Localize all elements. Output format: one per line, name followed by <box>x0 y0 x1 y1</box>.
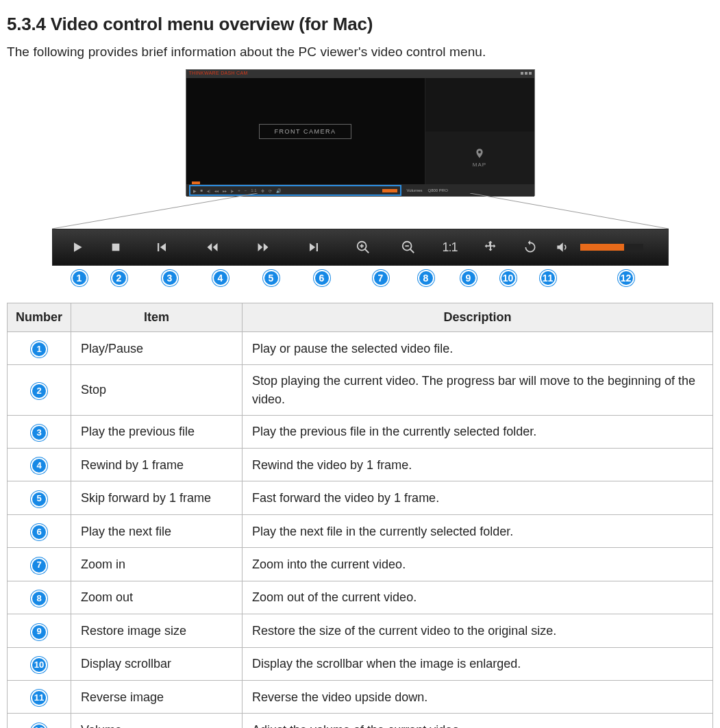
callout-badge: 4 <box>212 270 229 286</box>
prev-file-icon <box>154 241 169 253</box>
row-item: Restore image size <box>71 614 243 647</box>
table-row: 9Restore image sizeRestore the size of t… <box>8 614 713 647</box>
zoom-in-button[interactable] <box>339 229 387 265</box>
row-number: 9 <box>8 614 71 647</box>
row-description: Reverse the video upside down. <box>243 680 713 713</box>
table-row: 3Play the previous filePlay the previous… <box>8 415 713 448</box>
number-badge: 4 <box>31 457 47 474</box>
main-video-panel: FRONT CAMERA <box>186 78 425 184</box>
row-number: 8 <box>8 581 71 614</box>
callout-badge: 8 <box>418 270 434 286</box>
ratio-label: 1:1 <box>442 240 457 255</box>
table-row: 8Zoom outZoom out of the current video. <box>8 581 713 614</box>
row-number: 12 <box>8 714 71 728</box>
figure: THINKWARE DASH CAM FRONT CAMERA MAP ▶■◂|… <box>7 69 713 288</box>
zoom-in-icon <box>356 240 371 255</box>
rear-video-panel <box>425 78 534 131</box>
intro-text: The following provides brief information… <box>7 45 713 60</box>
number-badge: 8 <box>31 590 47 607</box>
move-arrows-icon <box>483 240 498 255</box>
row-number: 10 <box>8 647 71 680</box>
number-badge: 9 <box>31 624 47 640</box>
row-item: Play the previous file <box>71 415 243 448</box>
svg-line-4 <box>364 249 369 253</box>
number-badge: 3 <box>31 425 47 441</box>
svg-line-8 <box>410 249 414 253</box>
rewind-icon <box>204 241 221 253</box>
callout-badge: 5 <box>263 270 280 286</box>
next-file-button[interactable] <box>288 229 339 265</box>
reverse-image-button[interactable] <box>510 229 550 265</box>
restore-size-button[interactable]: 1:1 <box>430 229 471 265</box>
callout-badge: 12 <box>618 270 634 286</box>
col-item: Item <box>71 303 243 332</box>
row-item: Volume <box>71 714 243 728</box>
callout-badges: 123456789101112 <box>52 270 669 288</box>
forward-frame-button[interactable] <box>238 229 288 265</box>
row-description: Fast forward the video by 1 frame. <box>243 481 713 514</box>
volume-button[interactable] <box>550 229 573 265</box>
callout-badge: 7 <box>373 270 389 286</box>
play-icon <box>71 240 84 254</box>
table-row: 4Rewind by 1 frameRewind the video by 1 … <box>8 449 713 481</box>
row-item: Zoom in <box>71 548 243 581</box>
zoom-out-icon <box>401 240 416 255</box>
callout-badge: 2 <box>111 270 127 286</box>
row-description: Display the scrollbar when the image is … <box>243 647 713 680</box>
number-badge: 6 <box>31 524 47 540</box>
reverse-icon <box>523 240 537 254</box>
row-description: Stop playing the current video. The prog… <box>243 365 713 415</box>
row-number: 1 <box>8 332 71 365</box>
row-description: Zoom out of the current video. <box>243 581 713 614</box>
description-table: Number Item Description 1Play/PausePlay … <box>7 303 713 728</box>
window-controls <box>519 71 532 77</box>
row-description: Play the next file in the currently sele… <box>243 514 713 547</box>
fast-forward-icon <box>255 241 271 253</box>
row-description: Play or pause the selected video file. <box>243 332 713 365</box>
number-badge: 5 <box>31 491 47 507</box>
row-number: 7 <box>8 548 71 581</box>
row-item: Display scrollbar <box>71 647 243 680</box>
callout-lines <box>52 193 669 229</box>
app-brand: THINKWARE DASH CAM <box>189 71 248 77</box>
stop-button[interactable] <box>95 229 136 265</box>
section-heading: 5.3.4 Video control menu overview (for M… <box>7 14 713 35</box>
app-screenshot: THINKWARE DASH CAM FRONT CAMERA MAP ▶■◂|… <box>186 69 535 196</box>
rewind-frame-button[interactable] <box>187 229 238 265</box>
row-description: Play the previous file in the currently … <box>243 415 713 448</box>
display-scrollbar-button[interactable] <box>471 229 510 265</box>
play-pause-button[interactable] <box>60 229 95 265</box>
row-item: Play/Pause <box>71 332 243 365</box>
volume-slider[interactable] <box>580 244 643 251</box>
callout-badge: 1 <box>71 270 88 286</box>
row-number: 2 <box>8 365 71 415</box>
front-camera-label: FRONT CAMERA <box>259 124 352 139</box>
svg-line-1 <box>470 193 669 229</box>
row-item: Play the next file <box>71 514 243 547</box>
table-row: 2StopStop playing the current video. The… <box>8 365 713 415</box>
row-item: Stop <box>71 365 243 415</box>
col-number: Number <box>8 303 71 332</box>
row-description: Rewind the video by 1 frame. <box>243 449 713 481</box>
row-description: Adjust the volume of the current video. <box>243 714 713 728</box>
svg-line-0 <box>52 193 258 229</box>
table-row: 11Reverse imageReverse the video upside … <box>8 680 713 713</box>
svg-rect-2 <box>112 244 119 251</box>
prev-file-button[interactable] <box>136 229 187 265</box>
table-row: 7Zoom inZoom into the current video. <box>8 548 713 581</box>
speaker-icon <box>555 240 569 254</box>
row-number: 4 <box>8 449 71 481</box>
stop-icon <box>110 242 121 253</box>
row-number: 5 <box>8 481 71 514</box>
progress-marker <box>192 181 200 184</box>
row-item: Reverse image <box>71 680 243 713</box>
row-description: Restore the size of the current video to… <box>243 614 713 647</box>
row-item: Rewind by 1 frame <box>71 449 243 481</box>
row-item: Skip forward by 1 frame <box>71 481 243 514</box>
callout-badge: 9 <box>460 270 477 286</box>
device-label: Q800 PRO <box>428 188 448 192</box>
callout-badge: 10 <box>500 270 517 286</box>
table-row: 12VolumeAdjust the volume of the current… <box>8 714 713 728</box>
zoom-out-button[interactable] <box>387 229 430 265</box>
number-badge: 2 <box>31 383 47 399</box>
